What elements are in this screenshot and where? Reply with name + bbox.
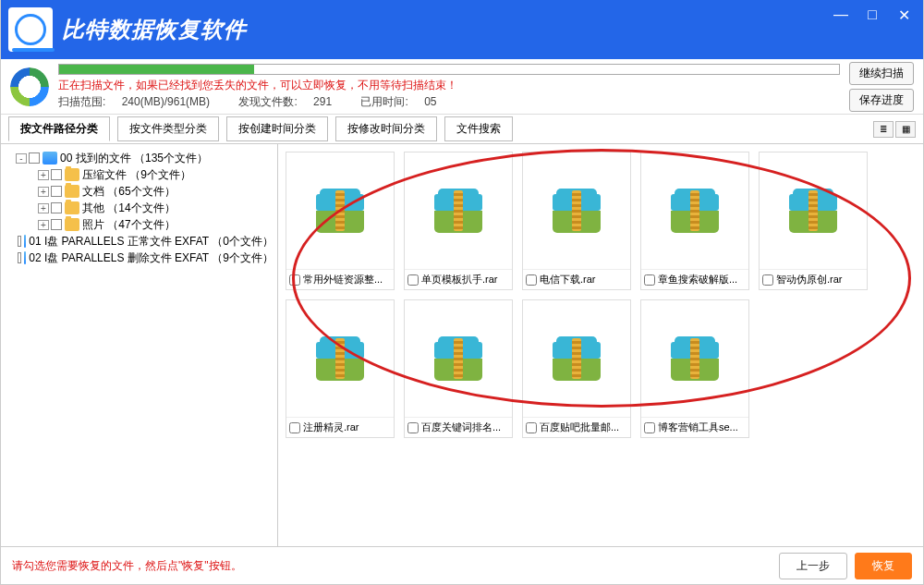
tree-label: 02 I盘 PARALLELS 删除文件 EXFAT （9个文件） [29,250,274,266]
folder-icon [65,185,79,198]
drive-icon [24,251,27,264]
file-checkbox[interactable] [407,274,419,286]
file-item[interactable]: 百度贴吧批量邮... [522,299,631,438]
file-checkbox[interactable] [644,422,655,433]
tree-node-found-files[interactable]: - 00 找到的文件 （135个文件） [16,150,274,166]
file-checkbox[interactable] [289,274,300,286]
file-grid: 常用外链资源整...单页模板扒手.rar电信下载.rar章鱼搜索破解版...智动… [278,144,923,445]
scan-message: 正在扫描文件，如果已经找到您丢失的文件，可以立即恢复，不用等待扫描结束！ [58,78,840,93]
file-name: 博客营销工具se... [658,420,746,434]
continue-scan-button[interactable]: 继续扫描 [849,62,914,85]
title-bar: 比特数据恢复软件 — □ ✕ [1,0,923,59]
close-button[interactable]: ✕ [888,4,919,26]
file-thumb [553,300,601,417]
folder-icon [65,218,79,231]
archive-icon [789,189,837,233]
tree-node-drive-normal[interactable]: 01 I盘 PARALLELS 正常文件 EXFAT （0个文件） [16,233,274,250]
file-thumb [789,152,837,269]
status-info: 正在扫描文件，如果已经找到您丢失的文件，可以立即恢复，不用等待扫描结束！ 扫描范… [58,64,840,110]
file-checkbox[interactable] [526,422,537,433]
tree-label: 压缩文件 （9个文件） [82,167,191,183]
file-name: 百度贴吧批量邮... [540,420,627,434]
file-thumb [671,152,719,269]
file-name: 章鱼搜索破解版... [658,273,746,286]
file-item[interactable]: 百度关键词排名... [404,299,513,438]
tree-checkbox[interactable] [29,152,40,164]
archive-icon [434,189,482,233]
tree-label: 01 I盘 PARALLELS 正常文件 EXFAT （0个文件） [29,234,274,250]
file-checkbox[interactable] [644,274,655,286]
recover-button[interactable]: 恢复 [855,553,912,579]
view-list-icon[interactable]: ≣ [873,121,894,138]
expand-icon[interactable]: + [38,187,49,197]
file-thumb [316,300,364,417]
tab-by-type[interactable]: 按文件类型分类 [117,116,219,141]
tree-checkbox[interactable] [51,219,62,230]
tab-by-path[interactable]: 按文件路径分类 [8,116,110,141]
archive-icon [553,189,601,233]
file-checkbox[interactable] [407,422,419,433]
category-tabs: 按文件路径分类 按文件类型分类 按创建时间分类 按修改时间分类 文件搜索 ≣ ▦ [1,115,923,144]
file-name: 注册精灵.rar [303,420,391,434]
expand-icon[interactable]: + [38,170,49,180]
folder-icon [65,201,79,214]
main-area: - 00 找到的文件 （135个文件） + 压缩文件 （9个文件） + 文档 （… [1,144,923,547]
tree-node-others[interactable]: + 其他 （14个文件） [38,200,274,216]
spinner-icon [10,67,49,106]
file-item[interactable]: 博客营销工具se... [640,299,749,438]
tab-by-modified[interactable]: 按修改时间分类 [335,116,437,141]
tree-node-documents[interactable]: + 文档 （65个文件） [38,183,274,200]
file-checkbox[interactable] [526,274,537,286]
file-name: 智动伪原创.rar [776,273,864,286]
drive-icon [24,235,27,248]
file-tree[interactable]: - 00 找到的文件 （135个文件） + 压缩文件 （9个文件） + 文档 （… [1,144,278,546]
archive-icon [316,336,364,381]
file-item[interactable]: 常用外链资源整... [286,152,395,290]
maximize-button[interactable]: □ [857,4,888,26]
progress-bar [58,64,840,75]
view-grid-icon[interactable]: ▦ [895,121,916,138]
tree-label: 文档 （65个文件） [82,184,176,200]
file-thumb [434,152,482,269]
file-item[interactable]: 单页模板扒手.rar [404,152,513,290]
tab-search[interactable]: 文件搜索 [444,116,513,141]
file-grid-wrapper: 常用外链资源整...单页模板扒手.rar电信下载.rar章鱼搜索破解版...智动… [278,144,923,546]
file-thumb [671,300,719,417]
app-logo-icon [8,7,53,52]
tree-node-drive-deleted[interactable]: 02 I盘 PARALLELS 删除文件 EXFAT （9个文件） [16,250,274,266]
minimize-button[interactable]: — [825,4,857,26]
archive-icon [316,189,364,233]
expand-icon[interactable]: + [38,220,49,230]
file-item[interactable]: 章鱼搜索破解版... [640,152,749,290]
tree-node-archives[interactable]: + 压缩文件 （9个文件） [38,166,274,183]
archive-icon [434,336,482,381]
file-item[interactable]: 注册精灵.rar [286,299,395,438]
tree-checkbox[interactable] [51,202,62,213]
file-thumb [553,152,601,269]
file-item[interactable]: 智动伪原创.rar [759,152,868,290]
collapse-icon[interactable]: - [16,153,27,164]
window-controls: — □ ✕ [825,4,919,26]
tree-label: 照片 （47个文件） [82,217,176,233]
save-progress-button[interactable]: 保存进度 [849,89,914,112]
file-checkbox[interactable] [762,274,773,286]
tab-by-created[interactable]: 按创建时间分类 [226,116,328,141]
tree-checkbox[interactable] [51,169,62,180]
scan-counts: 扫描范围: 240(MB)/961(MB) 发现文件数: 291 已用时间: 0… [58,94,840,110]
archive-icon [671,189,719,233]
footer-bar: 请勾选您需要恢复的文件，然后点"恢复"按钮。 上一步 恢复 [1,547,923,584]
file-thumb [434,300,482,417]
prev-step-button[interactable]: 上一步 [779,553,847,579]
tree-node-photos[interactable]: + 照片 （47个文件） [38,216,274,233]
archive-icon [553,336,601,381]
tree-checkbox[interactable] [18,236,21,247]
tree-label: 00 找到的文件 （135个文件） [60,151,208,166]
tree-checkbox[interactable] [51,186,62,197]
expand-icon[interactable]: + [38,203,49,213]
folder-icon [65,168,79,181]
scan-status-bar: 正在扫描文件，如果已经找到您丢失的文件，可以立即恢复，不用等待扫描结束！ 扫描范… [1,59,923,115]
tree-checkbox[interactable] [18,252,21,263]
file-checkbox[interactable] [289,422,300,433]
file-item[interactable]: 电信下载.rar [522,152,631,290]
file-name: 常用外链资源整... [303,273,391,286]
